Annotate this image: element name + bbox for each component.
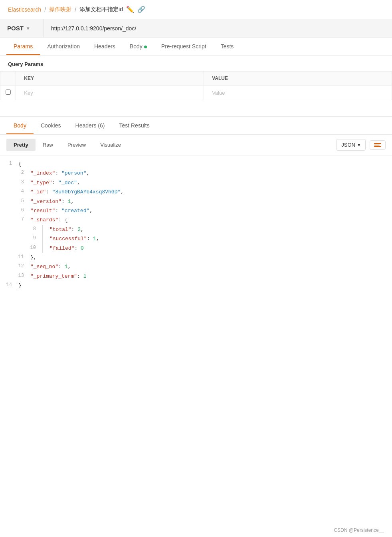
- json-code-block: 1 { 2 "_index": "person", 3 "_type": "_d…: [0, 155, 392, 294]
- tab-body[interactable]: Body: [123, 38, 154, 55]
- wrap-button[interactable]: [370, 140, 386, 150]
- breadcrumb-sep1: /: [44, 6, 46, 13]
- response-section: Body Cookies Headers (6) Test Results Pr…: [0, 116, 392, 294]
- preview-button[interactable]: Preview: [60, 139, 93, 151]
- query-params-title: Query Params: [0, 56, 392, 71]
- format-bar: Pretty Raw Preview Visualize JSON ▾: [0, 135, 392, 155]
- url-input[interactable]: [44, 20, 392, 37]
- method-select[interactable]: POST ▾: [0, 19, 44, 37]
- tab-pre-request[interactable]: Pre-request Script: [154, 38, 214, 55]
- json-label: JSON: [341, 142, 355, 148]
- json-format-select[interactable]: JSON ▾: [336, 139, 366, 151]
- link-icon[interactable]: 🔗: [137, 6, 145, 13]
- breadcrumb-sep2: /: [75, 6, 76, 13]
- checkbox-input[interactable]: [6, 90, 11, 95]
- request-bar: POST ▾: [0, 19, 392, 38]
- params-value-header: VALUE: [204, 72, 392, 86]
- request-tabs: Params Authorization Headers Body Pre-re…: [0, 38, 392, 56]
- visualize-button[interactable]: Visualize: [93, 139, 128, 151]
- tab-params[interactable]: Params: [6, 38, 40, 55]
- params-checkbox-header: [0, 72, 16, 86]
- table-row: Key Value: [0, 86, 392, 100]
- breadcrumb-current: 添加文档不指定id: [79, 6, 123, 13]
- chevron-down-icon: ▾: [358, 142, 360, 148]
- code-line-12: 12 "_seq_no": 1,: [0, 262, 392, 271]
- tab-test-results[interactable]: Test Results: [112, 117, 156, 134]
- code-line-1: 1 {: [0, 159, 392, 169]
- row-checkbox[interactable]: [0, 86, 16, 100]
- key-cell[interactable]: Key: [16, 86, 204, 100]
- code-line-4: 4 "_id": "8uh0bYgBAYb4xsq8VhGD",: [0, 187, 392, 197]
- code-line-6: 6 "result": "created",: [0, 206, 392, 215]
- tab-response-headers[interactable]: Headers (6): [68, 117, 112, 134]
- code-line-3: 3 "_type": "_doc",: [0, 178, 392, 187]
- edit-icon[interactable]: ✏️: [126, 6, 134, 13]
- code-line-7: 7 "_shards": {: [0, 215, 392, 225]
- raw-button[interactable]: Raw: [36, 139, 60, 151]
- breadcrumb: Elasticsearch / 操作映射 / 添加文档不指定id ✏️ 🔗: [0, 0, 392, 19]
- code-line-11: 11 },: [0, 253, 392, 262]
- tab-headers[interactable]: Headers: [87, 38, 123, 55]
- code-line-10: 10 "failed": 0: [0, 244, 392, 253]
- tab-authorization[interactable]: Authorization: [40, 38, 87, 55]
- code-line-14: 14 }: [0, 281, 392, 290]
- footer: CSDN @Persistence__: [334, 527, 384, 533]
- value-cell[interactable]: Value: [204, 86, 392, 100]
- code-line-9: 9 "successful": 1,: [0, 234, 392, 243]
- tab-tests[interactable]: Tests: [214, 38, 241, 55]
- footer-text: CSDN @Persistence__: [334, 527, 384, 533]
- chevron-down-icon: ▾: [27, 26, 29, 31]
- tab-cookies[interactable]: Cookies: [34, 117, 68, 134]
- code-line-2: 2 "_index": "person",: [0, 169, 392, 178]
- params-key-header: KEY: [16, 72, 204, 86]
- pretty-button[interactable]: Pretty: [6, 139, 36, 151]
- code-line-5: 5 "_version": 1,: [0, 197, 392, 206]
- breadcrumb-link-operations[interactable]: 操作映射: [49, 6, 71, 13]
- method-label: POST: [7, 25, 24, 32]
- breadcrumb-link-elasticsearch[interactable]: Elasticsearch: [8, 6, 41, 13]
- code-line-13: 13 "_primary_term": 1: [0, 272, 392, 281]
- wrap-lines-icon: [374, 143, 381, 147]
- code-line-8: 8 "total": 2,: [0, 225, 392, 234]
- tab-response-body[interactable]: Body: [6, 117, 34, 134]
- params-table: KEY VALUE Key Value: [0, 71, 392, 100]
- response-tabs: Body Cookies Headers (6) Test Results: [0, 117, 392, 135]
